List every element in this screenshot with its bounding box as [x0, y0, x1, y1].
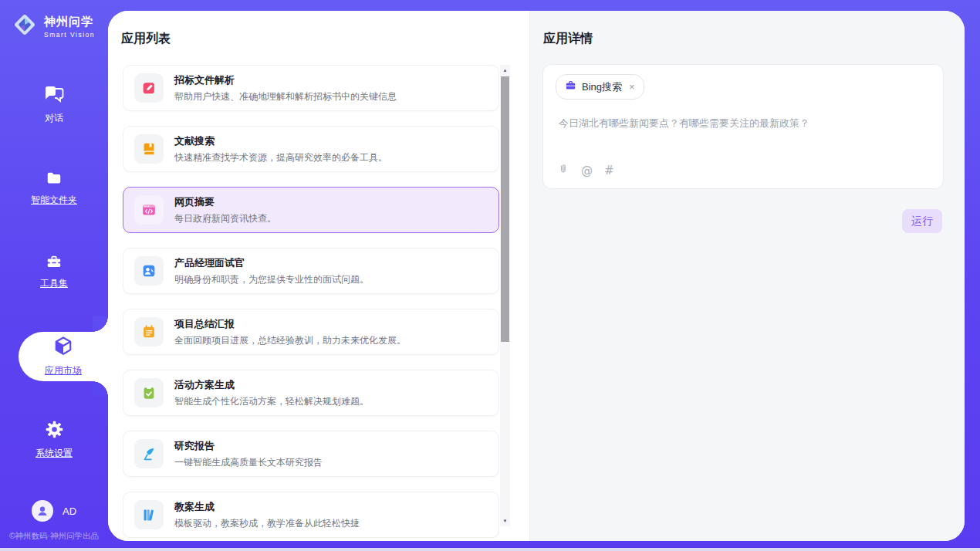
user-initials: AD	[63, 505, 76, 517]
avatar	[32, 500, 53, 522]
sidebar-item-gear[interactable]: 系统设置	[0, 419, 108, 460]
app-card-description: 模板驱动，教案秒成，教学准备从此轻松快捷	[174, 517, 360, 530]
sidebar-item-cube[interactable]: 应用市场	[19, 335, 108, 377]
hash-icon[interactable]: #	[604, 165, 614, 177]
sidebar-item-label: 对话	[0, 112, 108, 125]
app-card[interactable]: 网页摘要每日政府新闻资讯快查。	[123, 187, 499, 233]
sidebar-item-label: 应用市场	[19, 364, 108, 377]
app-card[interactable]: 产品经理面试官明确身份和职责，为您提供专业性的面试问题。	[123, 248, 499, 294]
scrollbar-down-button[interactable]: ▼	[500, 516, 510, 526]
sidebar-item-chat[interactable]: 对话	[0, 85, 108, 125]
app-card-description: 帮助用户快速、准确地理解和解析招标书中的关键信息	[174, 90, 397, 103]
copyright-footer: ©神州数码·神州问学出品	[0, 531, 108, 542]
brand-subtitle: Smart Vision	[44, 31, 95, 39]
briefcase-icon	[565, 79, 576, 94]
interviewer-icon	[134, 256, 164, 286]
app-card-title: 招标文件解析	[174, 73, 397, 87]
cube-icon	[52, 347, 75, 360]
app-card-description: 一键智能生成高质量长文本研究报告	[174, 456, 323, 469]
app-card[interactable]: 招标文件解析帮助用户快速、准确地理解和解析招标书中的关键信息	[123, 65, 499, 111]
sidebar-item-toolbox[interactable]: 工具集	[0, 253, 108, 290]
app-card[interactable]: 研究报告一键智能生成高质量长文本研究报告	[123, 431, 499, 477]
main-content-card: 应用列表 招标文件解析帮助用户快速、准确地理解和解析招标书中的关键信息 文献搜索…	[108, 11, 965, 541]
brand-logo: 神州问学 Smart Vision	[11, 11, 95, 42]
tag-close-icon[interactable]: ×	[629, 82, 635, 92]
sidebar-item-folder[interactable]: 智能文件夹	[0, 170, 108, 207]
user-profile[interactable]: AD	[0, 500, 108, 522]
folder-icon	[46, 170, 63, 190]
calendar-note-icon	[134, 317, 164, 346]
app-card-title: 活动方案生成	[174, 378, 369, 392]
tab-curve-bottom	[93, 381, 108, 397]
app-card[interactable]: 文献搜索快速精准查找学术资源，提高研究效率的必备工具。	[123, 126, 499, 172]
sidebar-item-label: 工具集	[0, 277, 108, 290]
app-list-title: 应用列表	[121, 31, 171, 47]
app-card-title: 教案生成	[174, 500, 360, 514]
quill-icon	[134, 439, 164, 468]
browser-code-icon	[134, 195, 164, 225]
app-card-description: 全面回顾项目进展，总结经验教训，助力未来优化发展。	[174, 334, 406, 347]
app-card-description: 明确身份和职责，为您提供专业性的面试问题。	[174, 273, 369, 286]
tool-tag-label: Bing搜索	[582, 80, 622, 94]
app-card-description: 快速精准查找学术资源，提高研究效率的必备工具。	[174, 151, 387, 164]
query-input[interactable]: 今日湖北有哪些新闻要点？有哪些需要关注的最新政策？	[559, 116, 928, 131]
sidebar-item-label: 系统设置	[0, 447, 108, 460]
book-icon	[134, 134, 164, 164]
edit-square-icon	[134, 73, 164, 103]
run-button[interactable]: 运行	[902, 209, 942, 233]
app-detail-title: 应用详情	[543, 31, 593, 47]
diamond-logo-icon	[11, 11, 39, 42]
gear-icon	[44, 419, 65, 443]
clipboard-check-icon	[134, 378, 164, 407]
app-card[interactable]: 教案生成模板驱动，教案秒成，教学准备从此轻松快捷	[123, 492, 499, 538]
books-icon	[134, 500, 164, 529]
bottom-edge	[0, 548, 980, 551]
chat-icon	[43, 85, 65, 108]
app-detail-panel: 应用详情 Bing搜索 × 今日湖北有哪些新闻要点？有哪些需要关注的最新政策？	[529, 11, 965, 541]
attachment-icon[interactable]	[557, 163, 569, 179]
sidebar-item-label: 智能文件夹	[0, 194, 108, 207]
input-toolbar: @ #	[557, 163, 614, 179]
prompt-card[interactable]: Bing搜索 × 今日湖北有哪些新闻要点？有哪些需要关注的最新政策？ @ #	[542, 64, 944, 189]
mention-icon[interactable]: @	[581, 165, 593, 177]
app-card-description: 每日政府新闻资讯快查。	[174, 212, 276, 225]
app-list-panel: 应用列表 招标文件解析帮助用户快速、准确地理解和解析招标书中的关键信息 文献搜索…	[108, 11, 529, 541]
app-list: 招标文件解析帮助用户快速、准确地理解和解析招标书中的关键信息 文献搜索快速精准查…	[123, 65, 499, 541]
tool-tag-bing-search[interactable]: Bing搜索 ×	[556, 74, 644, 100]
app-card[interactable]: 活动方案生成智能生成个性化活动方案，轻松解决规划难题。	[123, 370, 499, 416]
app-card[interactable]: 项目总结汇报全面回顾项目进展，总结经验教训，助力未来优化发展。	[123, 309, 499, 355]
app-card-title: 项目总结汇报	[174, 317, 406, 331]
scrollbar-up-button[interactable]: ▲	[500, 65, 510, 76]
sidebar: 神州问学 Smart Vision 对话智能文件夹 工具集 应用市场系统设置 A…	[0, 0, 108, 551]
toolbox-icon	[46, 253, 63, 273]
brand-name: 神州问学	[44, 15, 95, 29]
scrollbar-thumb[interactable]	[501, 76, 509, 342]
app-card-title: 网页摘要	[174, 195, 276, 209]
app-card-title: 产品经理面试官	[174, 256, 369, 270]
app-list-scrollbar[interactable]: ▲ ▼	[500, 65, 510, 526]
app-card-title: 文献搜索	[174, 134, 387, 148]
app-card-description: 智能生成个性化活动方案，轻松解决规划难题。	[174, 395, 369, 408]
tab-curve-top	[93, 316, 108, 332]
app-card-title: 研究报告	[174, 439, 323, 453]
